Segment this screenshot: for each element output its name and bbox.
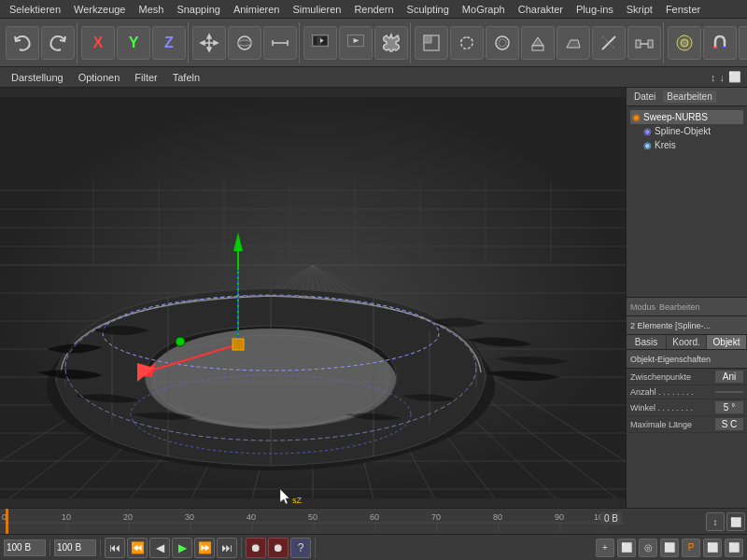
end-frame-input[interactable] [54,539,96,556]
play-forward-button[interactable]: ▶ [172,538,192,558]
tree-item-kreis[interactable]: ◉ Kreis [630,138,743,152]
svg-rect-27 [648,40,653,48]
timeline-icon-1[interactable]: ↕ [706,512,725,531]
soft-select-button[interactable] [668,26,701,60]
tree-item-spline[interactable]: ◉ Spline-Objekt [630,124,743,138]
rotate-tool-button[interactable] [228,26,261,60]
tree-label-spline: Spline-Objekt [655,126,711,136]
undo-button[interactable] [6,26,39,60]
sub-menu-filter[interactable]: Filter [129,70,162,85]
sub-toolbar-right-icons: ↕ ↓ ⬜ [711,71,741,83]
preview-icon[interactable]: ⬜ [660,539,679,557]
record-button[interactable]: ⏺ [246,538,266,558]
render-button[interactable] [339,26,373,60]
menu-charakter[interactable]: Charakter [513,2,569,17]
start-frame-input[interactable] [4,539,46,556]
panel-tab-datei[interactable]: Datei [630,91,659,103]
viewport-svg: sZ [0,88,626,508]
tab-objekt[interactable]: Objekt [707,335,747,349]
lasso-button[interactable] [450,26,484,60]
step-back-button[interactable]: ⏪ [127,538,148,558]
redo-button[interactable] [41,26,75,60]
svg-text:70: 70 [431,512,441,522]
prop-zwischenpunkte-value[interactable]: Ani [715,371,743,383]
menu-plugins[interactable]: Plug-ins [571,2,619,17]
record-all-button[interactable]: ⏺ [268,538,289,558]
svg-marker-2 [207,35,211,38]
scale-tool-button[interactable] [263,26,297,60]
menu-snapping[interactable]: Snapping [171,2,226,17]
end-frame-group [54,539,101,556]
time-readout: 0 B [600,512,622,525]
y-axis-button[interactable]: Y [117,26,150,60]
tree-item-sweep[interactable]: ◉ Sweep-NURBS [630,110,743,124]
elements-header: 2 Elemente [Spline-... [627,316,747,335]
timeline-right-controls: ↕ ⬜ [706,512,745,531]
project-icon[interactable]: P [682,539,700,557]
svg-rect-26 [636,40,641,48]
toolbar-group-sculpt [666,22,747,63]
sub-menu-optionen[interactable]: Optionen [73,70,126,85]
menu-werkzeuge[interactable]: Werkzeuge [68,2,131,17]
timeline-icon-2[interactable]: ⬜ [726,512,745,531]
object-icon-spline: ◉ [643,126,652,136]
icon-arrow-down[interactable]: ↓ [720,72,726,83]
icon-arrow-updown[interactable]: ↕ [711,72,716,83]
menu-simulieren[interactable]: Simulieren [287,2,346,17]
record-help-button[interactable]: ? [290,538,311,558]
start-frame-group [4,539,50,556]
svg-rect-19 [424,35,431,43]
menu-fenster[interactable]: Fenster [660,2,706,17]
menu-selektieren[interactable]: Selektieren [4,2,66,17]
menu-mesh[interactable]: Mesh [133,2,169,17]
tab-basis[interactable]: Basis [627,335,667,349]
sub-menu-tafeln[interactable]: Tafeln [167,70,205,85]
timeline[interactable]: 0 10 20 30 40 50 60 70 80 90 100 0 [0,508,747,534]
x-axis-button[interactable]: X [81,26,115,60]
toolbar-group-undoredo [4,22,78,63]
z-axis-button[interactable]: Z [152,26,186,60]
prop-winkel-value[interactable]: 5 ° [715,401,743,413]
keyframe-icon[interactable]: ⬜ [617,539,636,557]
goto-start-button[interactable]: ⏮ [105,538,125,558]
menu-sculpting[interactable]: Sculpting [402,2,455,17]
grid-icon[interactable]: ⬜ [703,539,722,557]
main-area: sZ Datei Bearbeiten ◉ Sweep-NURBS ◉ Spli… [0,88,747,508]
sculpt-button[interactable] [739,26,747,60]
goto-end-button[interactable]: ⏭ [217,538,237,558]
toolbar-group-render [302,22,411,63]
render-settings-button[interactable] [374,26,408,60]
menu-skript[interactable]: Skript [621,2,658,17]
properties-tabs: Basis Koord. Objekt [627,335,747,350]
box-select-button[interactable] [415,26,448,60]
main-toolbar: X Y Z [0,19,747,67]
loop-cut-button[interactable] [486,26,519,60]
tab-koord[interactable]: Koord. [667,335,707,349]
knife-button[interactable] [592,26,626,60]
3d-viewport[interactable]: sZ [0,88,626,508]
prop-maxlaenge-value[interactable]: S C [715,418,743,430]
loop-icon[interactable]: ◎ [639,539,657,557]
magnet-button[interactable] [703,26,737,60]
panel-header: Datei Bearbeiten [627,88,747,106]
sub-menu-darstellung[interactable]: Darstellung [6,70,69,85]
extrude-button[interactable] [521,26,555,60]
bridge-button[interactable] [627,26,661,60]
prop-anzahl-value[interactable] [715,391,743,393]
move-tool-button[interactable] [192,26,226,60]
bevel-button[interactable] [557,26,590,60]
menu-mograph[interactable]: MoGraph [457,2,511,17]
step-forward-button[interactable]: ⏩ [194,538,215,558]
transport-bar: ⏮ ⏪ ◀ ▶ ⏩ ⏭ ⏺ ⏺ ? + ⬜ ◎ ⬜ P ⬜ ⬜ [0,534,747,560]
panel-tab-bearbeiten[interactable]: Bearbeiten [663,91,715,103]
snap-icon[interactable]: + [596,539,614,557]
svg-marker-22 [532,37,543,46]
menu-rendern[interactable]: Rendern [348,2,399,17]
play-back-button[interactable]: ◀ [149,538,170,558]
menu-animieren[interactable]: Animieren [228,2,286,17]
render-region-button[interactable] [303,26,337,60]
icon-square[interactable]: ⬜ [728,71,741,83]
svg-point-20 [496,36,509,49]
anim-icon[interactable]: ⬜ [725,539,743,557]
edit-label: Bearbeiten [659,302,700,312]
